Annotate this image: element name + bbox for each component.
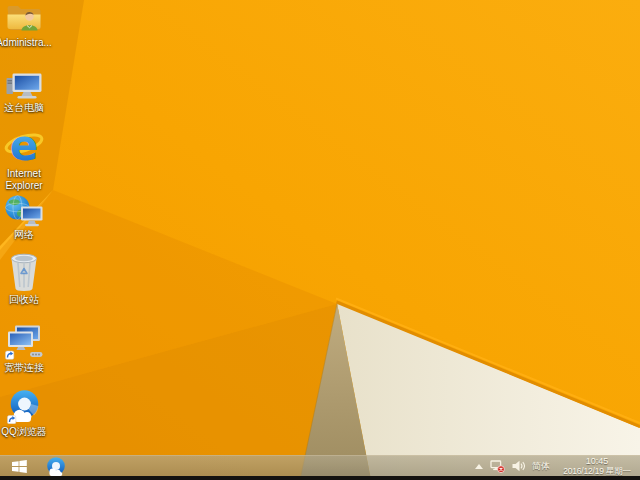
system-tray: 简体 10:45 2016/12/19 星期一 [475, 456, 637, 476]
start-button[interactable] [4, 456, 34, 476]
screen-bottom-strip [0, 476, 640, 480]
desktop-icon-recycle-bin[interactable]: 回收站 [0, 251, 59, 306]
desktop-icon-label: 网络 [14, 229, 34, 241]
desktop-icon-label: QQ浏览器 [1, 426, 47, 438]
desktop-icon-label: Administra... [0, 37, 52, 49]
network-globe-icon [5, 195, 43, 227]
windows-start-icon [12, 460, 27, 473]
recycle-bin-icon [9, 251, 39, 292]
desktop-icon-administrator[interactable]: Administra... [0, 2, 59, 49]
desktop-icon-label: Explorer [5, 180, 42, 192]
taskbar-clock[interactable]: 10:45 2016/12/19 星期一 [557, 456, 637, 476]
desktop-icon-broadband-connection[interactable]: 宽带连接 [0, 325, 59, 374]
qq-browser-icon [7, 389, 41, 424]
svg-text:e: e [10, 127, 39, 166]
desktop-icon-this-pc[interactable]: 这台电脑 [0, 73, 59, 114]
taskbar: 简体 10:45 2016/12/19 星期一 [0, 455, 640, 476]
desktop-icon-internet-explorer[interactable]: e Internet Explorer [0, 127, 59, 192]
desktop-icon-label: 这台电脑 [4, 102, 44, 114]
desktop-icon-label: 回收站 [9, 294, 39, 306]
taskbar-qq-browser-button[interactable] [41, 456, 71, 476]
network-disconnected-icon[interactable] [490, 460, 505, 473]
qq-browser-icon [45, 456, 67, 477]
user-folder-icon [6, 2, 42, 35]
clock-date: 2016/12/19 星期一 [563, 466, 631, 476]
desktop-icon-network[interactable]: 网络 [0, 195, 59, 241]
computer-icon [6, 73, 42, 100]
internet-explorer-icon: e [4, 127, 44, 166]
clock-time: 10:45 [586, 456, 609, 466]
speaker-icon[interactable] [512, 460, 525, 472]
desktop-wallpaper [0, 0, 640, 480]
desktop-icon-label: Internet [7, 168, 41, 180]
desktop-icon-label: 宽带连接 [4, 362, 44, 374]
windows-desktop: Administra... 这台电脑 [0, 0, 640, 480]
desktop-icon-qq-browser[interactable]: QQ浏览器 [0, 389, 59, 438]
input-language-indicator[interactable]: 简体 [532, 460, 550, 473]
broadband-connection-icon [5, 325, 43, 360]
show-hidden-icons-arrow[interactable] [475, 464, 483, 469]
